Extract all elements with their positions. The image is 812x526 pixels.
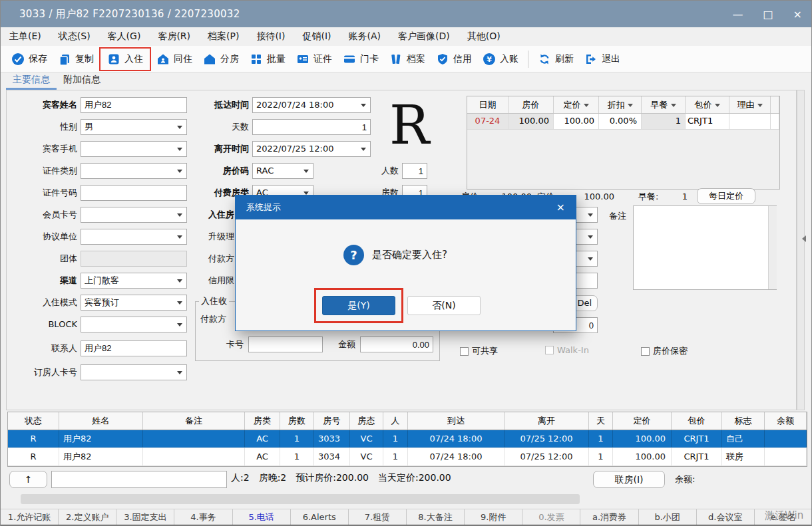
- btab-coupon[interactable]: a.消费券: [580, 509, 638, 525]
- days-input[interactable]: [252, 119, 371, 135]
- menu-accounting[interactable]: 账务(A): [340, 27, 390, 46]
- rate-fixed-price[interactable]: 100.00: [554, 114, 599, 129]
- amount-input[interactable]: [360, 336, 433, 352]
- save-button[interactable]: 保存: [6, 49, 53, 69]
- menu-reception[interactable]: 接待(I): [248, 27, 294, 46]
- tab-extra-info[interactable]: 附加信息: [57, 72, 107, 90]
- col-date[interactable]: 日期: [467, 96, 508, 113]
- id-number-input[interactable]: [81, 185, 187, 201]
- arrival-time-select[interactable]: 2022/07/24 18:00: [252, 97, 371, 113]
- grid-row-selected[interactable]: R 用户82 AC 1 3033 VC 1 07/24 18:00 07/25 …: [8, 430, 807, 448]
- btab-meeting-room[interactable]: d.会议室: [697, 509, 755, 525]
- block-label: BLOCK: [7, 317, 77, 332]
- guest-phone-select[interactable]: [81, 141, 187, 157]
- gender-select[interactable]: 男: [81, 119, 187, 135]
- house-icon: [203, 53, 216, 66]
- shareable-checkbox[interactable]: 可共享: [460, 345, 498, 357]
- btab-define-account[interactable]: 2.定义账户: [59, 509, 116, 525]
- id-document-button[interactable]: 证件: [291, 49, 337, 69]
- payment-method-label-partial: 付款方: [167, 251, 234, 267]
- guest-name-input[interactable]: [81, 97, 187, 113]
- departure-time-select[interactable]: 2022/07/25 12:00: [252, 141, 371, 157]
- col-package[interactable]: 包价: [686, 96, 729, 113]
- rate-row[interactable]: 07-24 100.00 100.00 0.00% 1 CRJT1: [467, 114, 779, 130]
- booker-card-select[interactable]: [81, 364, 187, 380]
- batch-button[interactable]: 批量: [244, 49, 291, 69]
- btab-big-notes[interactable]: 8.大备注: [407, 509, 465, 525]
- rate-code-select[interactable]: RAC: [252, 163, 313, 179]
- person-badge-icon: [107, 53, 120, 66]
- col-discount[interactable]: 折扣: [599, 96, 642, 113]
- btab-attachments[interactable]: 9.附件: [465, 509, 522, 525]
- btab-alerts[interactable]: 6.Alerts: [291, 509, 349, 525]
- close-button[interactable]: ×: [793, 8, 802, 21]
- btab-lease[interactable]: 7.租赁: [349, 509, 407, 525]
- btab-small-group[interactable]: b.小团: [639, 509, 697, 525]
- door-card-button[interactable]: 门卡: [337, 49, 384, 69]
- refresh-button[interactable]: 刷新: [532, 49, 579, 69]
- menu-guest[interactable]: 客人(G): [99, 27, 150, 46]
- rate-secret-checkbox[interactable]: 房价保密: [641, 345, 688, 357]
- dialog-title-bar[interactable]: 系统提示: [236, 196, 576, 219]
- exit-button[interactable]: 退出: [579, 49, 626, 69]
- btab-fixed-expense[interactable]: 3.固定支出: [116, 509, 174, 525]
- col-fixed-price[interactable]: 定价: [554, 96, 599, 113]
- checkin-button[interactable]: 入住: [102, 49, 148, 69]
- btab-affairs[interactable]: 4.事务: [174, 509, 232, 525]
- menu-room[interactable]: 客房(R): [149, 27, 199, 46]
- btab-phone[interactable]: 5.电话: [233, 509, 291, 525]
- card-no-input[interactable]: [248, 336, 323, 352]
- menu-profile[interactable]: 档案(P): [199, 27, 248, 46]
- col-room-rate[interactable]: 房价: [508, 96, 554, 113]
- toolbar-separator: [528, 51, 528, 68]
- rate-reason[interactable]: [729, 114, 771, 129]
- btab-allow-charge[interactable]: 1.允许记账: [1, 509, 59, 525]
- rate-package[interactable]: CRJT1: [686, 114, 729, 129]
- right-splitter[interactable]: [797, 90, 805, 410]
- menu-promotion[interactable]: 促销(I): [294, 27, 339, 46]
- post-charge-button[interactable]: ¥ 入账: [477, 49, 524, 69]
- rate-discount[interactable]: 0.00%: [599, 114, 642, 129]
- maximize-button[interactable]: □: [763, 8, 773, 21]
- scroll-up-button[interactable]: ↑: [9, 471, 47, 488]
- col-breakfast[interactable]: 早餐: [642, 96, 686, 113]
- minimize-button[interactable]: —: [732, 8, 743, 21]
- stat-persons: 人:2: [231, 472, 250, 484]
- dialog-close-button[interactable]: ×: [556, 201, 565, 214]
- menu-main[interactable]: 主单(E): [1, 27, 50, 46]
- link-room-button[interactable]: 联房(I): [593, 471, 665, 488]
- sort-arrow-icon: [757, 104, 763, 110]
- grid-row[interactable]: R 用户82 AC 1 3034 VC 1 07/24 18:00 07/25 …: [8, 448, 807, 466]
- house-person-icon: [156, 53, 170, 66]
- menu-customer-portrait[interactable]: 客户画像(D): [389, 27, 459, 46]
- checkin-mode-select[interactable]: 宾客预订: [81, 295, 187, 311]
- status-letter: R: [389, 99, 429, 152]
- checkin-room-label-partial: 入住房: [167, 207, 234, 223]
- contact-input[interactable]: [81, 340, 187, 356]
- assign-room-button[interactable]: 分房: [198, 49, 244, 69]
- sort-arrow-icon: [584, 104, 589, 110]
- no-button[interactable]: 否(N): [407, 296, 481, 315]
- checkbox-icon: [545, 346, 554, 354]
- menu-bar: 主单(E) 状态(S) 客人(G) 客房(R) 档案(P) 接待(I) 促销(I…: [1, 27, 811, 46]
- block-select[interactable]: [81, 317, 187, 332]
- archive-button[interactable]: 档案: [384, 49, 431, 69]
- daily-price-button[interactable]: 每日定价: [697, 188, 755, 204]
- menu-other[interactable]: 其他(O): [459, 27, 509, 46]
- col-reason[interactable]: 理由: [729, 96, 771, 113]
- menu-status[interactable]: 状态(S): [50, 27, 99, 46]
- credit-button[interactable]: 信用: [431, 49, 477, 69]
- notes-scrollbar[interactable]: [768, 206, 777, 289]
- btab-invoice[interactable]: 0.发票: [522, 509, 580, 525]
- footer-input[interactable]: [51, 471, 227, 488]
- persons-input[interactable]: [402, 163, 427, 179]
- yes-button[interactable]: 是(Y): [322, 296, 395, 315]
- notes-textarea[interactable]: [633, 205, 777, 290]
- col-spacer: [771, 96, 779, 113]
- gender-label: 性别: [7, 119, 77, 135]
- cohabit-button[interactable]: 同住: [151, 49, 198, 69]
- copy-button[interactable]: 复制: [53, 49, 99, 69]
- id-type-select[interactable]: [81, 163, 187, 179]
- rate-room-rate: 100.00: [508, 114, 554, 129]
- tab-main-info[interactable]: 主要信息: [6, 72, 57, 90]
